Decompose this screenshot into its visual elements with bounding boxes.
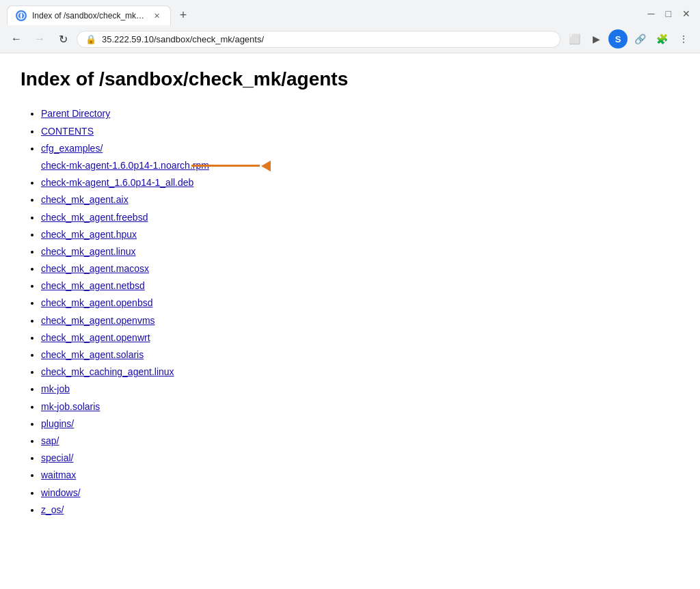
linux-link[interactable]: check_mk_agent.linux (41, 246, 136, 257)
z-os-link[interactable]: z_os/ (41, 504, 64, 515)
menu-button[interactable]: ⋮ (674, 29, 693, 49)
arrow-line (191, 165, 260, 167)
list-item: check_mk_agent.aix (41, 191, 679, 208)
refresh-button[interactable]: ↻ (53, 29, 72, 49)
list-item: plugins/ (41, 415, 679, 433)
maximize-button[interactable]: □ (666, 8, 671, 19)
mk-job-link[interactable]: mk-job (41, 383, 70, 394)
url-text[interactable]: 35.222.59.10/sandbox/check_mk/agents/ (102, 34, 552, 44)
active-tab[interactable]: Index of /sandbox/check_mk/age ✕ (7, 5, 171, 25)
parent-directory-link[interactable]: Parent Directory (41, 108, 110, 119)
list-item: check_mk_agent.netbsd (41, 277, 679, 294)
macosx-link[interactable]: check_mk_agent.macosx (41, 263, 149, 274)
window-controls: ─ □ ✕ (648, 8, 693, 23)
list-item: waitmax (41, 467, 679, 484)
list-item: check_mk_caching_agent.linux (41, 364, 679, 381)
security-icon: 🔒 (85, 34, 96, 44)
title-bar: Index of /sandbox/check_mk/age ✕ + ─ □ ✕ (0, 0, 700, 25)
address-bar[interactable]: 🔒 35.222.59.10/sandbox/check_mk/agents/ (77, 31, 561, 48)
freebsd-link[interactable]: check_mk_agent.freebsd (41, 212, 148, 223)
list-item: check-mk-agent-1.6.0p14-1.noarch.rpm (41, 157, 679, 174)
list-item: mk-job.solaris (41, 398, 679, 415)
list-item: windows/ (41, 484, 679, 502)
list-item: mk-job (41, 381, 679, 398)
list-item: check_mk_agent.linux (41, 243, 679, 260)
browser-chrome: Index of /sandbox/check_mk/age ✕ + ─ □ ✕… (0, 0, 700, 53)
plugins-link[interactable]: plugins/ (41, 418, 74, 429)
list-item: check_mk_agent.openwrt (41, 329, 679, 346)
netbsd-link[interactable]: check_mk_agent.netbsd (41, 280, 145, 291)
list-item: check_mk_agent.freebsd (41, 209, 679, 226)
page-content: Index of /sandbox/check_mk/agents Parent… (0, 53, 700, 573)
close-button[interactable]: ✕ (682, 8, 690, 19)
nav-tools: ⬜ ▶ S 🔗 🧩 ⋮ (565, 29, 693, 49)
deb-all-link[interactable]: check-mk-agent_1.6.0p14-1_all.deb (41, 177, 193, 188)
list-item: special/ (41, 450, 679, 467)
list-item: check_mk_agent.hpux (41, 226, 679, 243)
special-link[interactable]: special/ (41, 452, 73, 463)
minimize-button[interactable]: ─ (648, 8, 655, 19)
solaris-link[interactable]: check_mk_agent.solaris (41, 349, 144, 360)
list-item: CONTENTS (41, 123, 679, 140)
openvms-link[interactable]: check_mk_agent.openvms (41, 315, 155, 326)
tab-title: Index of /sandbox/check_mk/age (32, 11, 146, 20)
arrow-annotation (191, 161, 271, 172)
openbsd-link[interactable]: check_mk_agent.openbsd (41, 297, 152, 308)
tab-close-button[interactable]: ✕ (151, 10, 162, 21)
back-button[interactable]: ← (7, 29, 26, 49)
forward-button[interactable]: → (30, 29, 49, 49)
tab-favicon (16, 10, 27, 21)
mk-job-solaris-link[interactable]: mk-job.solaris (41, 401, 100, 412)
link-button[interactable]: 🔗 (630, 29, 649, 49)
cfg-examples-link[interactable]: cfg_examples/ (41, 143, 103, 154)
windows-link[interactable]: windows/ (41, 487, 81, 498)
profile-button[interactable]: S (608, 29, 628, 49)
openwrt-link[interactable]: check_mk_agent.openwrt (41, 332, 150, 343)
list-item: z_os/ (41, 502, 679, 519)
list-item: cfg_examples/ (41, 140, 679, 157)
waitmax-link[interactable]: waitmax (41, 469, 76, 480)
bookmark-button[interactable]: ▶ (587, 29, 606, 49)
extensions-button[interactable]: 🧩 (652, 29, 671, 49)
rpm-noarch-link[interactable]: check-mk-agent-1.6.0p14-1.noarch.rpm (41, 157, 209, 174)
caching-linux-link[interactable]: check_mk_caching_agent.linux (41, 366, 174, 377)
list-item: check_mk_agent.openvms (41, 312, 679, 329)
list-item: check-mk-agent_1.6.0p14-1_all.deb (41, 174, 679, 191)
list-item: sap/ (41, 433, 679, 450)
arrow-head (261, 161, 271, 172)
list-item: check_mk_agent.openbsd (41, 294, 679, 312)
list-item: check_mk_agent.solaris (41, 346, 679, 364)
page-title: Index of /sandbox/check_mk/agents (21, 67, 679, 92)
sap-link[interactable]: sap/ (41, 435, 59, 446)
nav-bar: ← → ↻ 🔒 35.222.59.10/sandbox/check_mk/ag… (0, 25, 700, 53)
hpux-link[interactable]: check_mk_agent.hpux (41, 229, 137, 240)
contents-link[interactable]: CONTENTS (41, 126, 94, 137)
list-item: check_mk_agent.macosx (41, 260, 679, 277)
list-item: Parent Directory (41, 105, 679, 122)
cast-button[interactable]: ⬜ (565, 29, 584, 49)
new-tab-button[interactable]: + (174, 6, 193, 25)
aix-link[interactable]: check_mk_agent.aix (41, 194, 129, 205)
tab-bar: Index of /sandbox/check_mk/age ✕ + (7, 5, 193, 25)
file-list: Parent Directory CONTENTS cfg_examples/ … (21, 105, 679, 519)
